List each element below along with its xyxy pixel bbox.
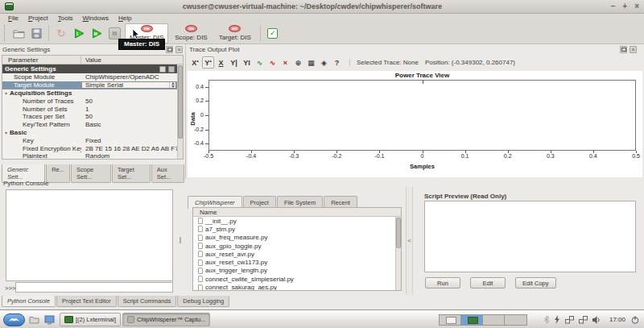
save-icon[interactable]	[168, 66, 175, 73]
y-lock-button[interactable]: Y|	[228, 56, 240, 69]
param-row[interactable]: KeyFixed	[2, 136, 177, 144]
param-row[interactable]: Traces per Set50	[2, 113, 177, 121]
python-console-output[interactable]	[6, 189, 173, 281]
x-autoscale-button[interactable]: X▴	[189, 56, 201, 69]
toolbar-drag-handle[interactable]	[4, 25, 7, 41]
target-dis-button[interactable]: DIS Target: DIS	[214, 23, 256, 44]
expand-arrow-icon[interactable]: ▾	[2, 90, 10, 96]
network-icon[interactable]	[579, 316, 588, 324]
bottom-tab-3[interactable]: Script Commands	[118, 296, 177, 307]
menu-item-tools[interactable]: Tools	[53, 15, 78, 22]
target-module-combo[interactable]: Simple Serial	[81, 81, 176, 89]
param-tab-2[interactable]: Re...	[46, 164, 70, 183]
collapse-left-icon[interactable]: <	[407, 238, 411, 243]
crosshair-button[interactable]: ⊕	[292, 56, 304, 69]
spin-up-icon[interactable]	[171, 82, 175, 85]
volume-icon[interactable]	[592, 316, 601, 324]
persistence-wave-button[interactable]: ∿	[254, 56, 266, 69]
file-manager-button[interactable]	[27, 313, 40, 326]
file-row[interactable]: aux_gpio_toggle.py	[193, 242, 395, 250]
file-row[interactable]: aux_reset_cw1173.py	[193, 258, 395, 266]
titlebar[interactable]: cwuser@cwuser-virtual-machine: ~/Desktop…	[0, 0, 644, 14]
param-tab-5[interactable]: Aux Set...	[151, 164, 184, 183]
scope-dis-button[interactable]: DIS Scope: DIS	[170, 23, 212, 44]
workspace-3[interactable]	[483, 315, 505, 325]
power-icon[interactable]	[631, 316, 639, 324]
validate-settings-button[interactable]: ✓	[264, 24, 282, 42]
param-row[interactable]: Generic Settings	[2, 64, 177, 73]
file-row[interactable]: aux_freq_measure.py	[193, 234, 395, 242]
collapse-splitter[interactable]: <	[406, 187, 413, 294]
param-row[interactable]: Fixed Encryption Key2B 7E 15 16 28 AE D2…	[2, 144, 177, 152]
bottom-tab-2[interactable]: Project Text Editor	[56, 296, 117, 307]
help-button[interactable]: ?	[331, 56, 343, 69]
console-input[interactable]	[15, 282, 173, 293]
task-button-1[interactable]: [(2) Lxterminal]	[60, 313, 121, 326]
file-row[interactable]: connect_cwlite_simpleserial.py	[193, 275, 395, 283]
x-lock-button[interactable]: X	[215, 56, 227, 69]
file-row[interactable]: aux_trigger_length.py	[193, 267, 395, 275]
param-tab-4[interactable]: Target Set...	[112, 164, 151, 183]
close-dock-icon[interactable]: ×	[175, 46, 183, 53]
y-range-button[interactable]: YI	[241, 56, 253, 69]
file-row[interactable]: connect_sakurag_aes.py	[193, 283, 395, 290]
start-menu-button[interactable]	[3, 313, 25, 326]
scrollbar-thumb[interactable]	[396, 218, 401, 248]
bottom-tab-1[interactable]: Python Console	[2, 296, 56, 307]
param-row[interactable]: Target ModuleSimple Serial	[2, 81, 177, 89]
open-project-button[interactable]	[10, 24, 27, 42]
workspace-2[interactable]	[461, 315, 483, 325]
bluetooth-icon[interactable]	[544, 316, 549, 323]
grid-button[interactable]: ▦	[305, 56, 317, 69]
file-row[interactable]: __init__.py	[193, 217, 395, 225]
power-manager-icon[interactable]	[554, 315, 560, 324]
show-desktop-button[interactable]	[43, 313, 56, 326]
menu-item-file[interactable]: File	[3, 15, 23, 22]
m-button[interactable]: M	[109, 27, 121, 39]
copy-icon[interactable]	[159, 66, 166, 73]
single-wave-button[interactable]: ∿	[266, 56, 279, 69]
menu-item-windows[interactable]: Windows	[78, 15, 114, 22]
capture-multi-button[interactable]: M	[88, 24, 105, 42]
menu-item-project[interactable]: Project	[23, 15, 53, 22]
expand-arrow-icon[interactable]: ▾	[2, 130, 10, 135]
close-dock-icon[interactable]: ×	[630, 46, 637, 53]
script-preview-box[interactable]	[424, 201, 636, 272]
y-autoscale-button[interactable]: Y▴	[202, 56, 214, 69]
capture-one-button[interactable]: 1	[70, 24, 88, 42]
param-row[interactable]: ▾Acquisition Settings	[2, 89, 177, 98]
capture-refresh-button[interactable]: ↻	[52, 24, 70, 42]
param-row[interactable]: Scope ModuleChipWhisperer/OpenADC	[2, 73, 177, 81]
move-button[interactable]: ◈	[318, 56, 330, 69]
param-tab-3[interactable]: Scope Sett...	[71, 164, 111, 183]
clear-wave-button[interactable]: ×	[279, 56, 291, 69]
workspace-1[interactable]	[440, 315, 461, 325]
close-button[interactable]: ×	[634, 2, 639, 10]
param-row[interactable]: ▾Basic	[2, 129, 177, 137]
plot-canvas[interactable]	[208, 80, 636, 151]
param-row[interactable]: Key/Text PatternBasic	[2, 121, 177, 129]
minimize-button[interactable]: –	[611, 2, 616, 10]
clock[interactable]: 17:00	[609, 316, 625, 323]
script-edit-button[interactable]: Edit	[470, 277, 506, 289]
file-row[interactable]: a7_stm.py	[193, 225, 395, 233]
param-scrollbar[interactable]	[177, 64, 183, 159]
task-button-2[interactable]: ChipWhisperer™ Captu...	[122, 313, 210, 326]
save-project-button[interactable]	[27, 24, 45, 42]
float-dock-icon[interactable]	[166, 46, 173, 53]
param-row[interactable]: Number of Sets1	[2, 105, 177, 113]
splitter-handle[interactable]	[178, 187, 183, 294]
param-row[interactable]: PlaintextRandom	[2, 152, 177, 159]
spin-down-icon[interactable]	[171, 85, 175, 88]
maximize-button[interactable]: +	[622, 2, 627, 10]
remote-session-icon[interactable]	[565, 316, 574, 324]
file-row[interactable]: aux_reset_avr.py	[193, 250, 395, 258]
script-run-button[interactable]: Run	[425, 277, 460, 289]
menu-item-help[interactable]: Help	[114, 15, 136, 22]
workspace-4[interactable]	[505, 315, 526, 325]
param-row[interactable]: Number of Traces50	[2, 97, 177, 105]
file-list-scrollbar[interactable]	[395, 217, 401, 290]
scrollbar-thumb[interactable]	[178, 65, 183, 139]
bottom-tab-4[interactable]: Debug Logging	[177, 296, 229, 307]
float-dock-icon[interactable]	[620, 46, 627, 53]
